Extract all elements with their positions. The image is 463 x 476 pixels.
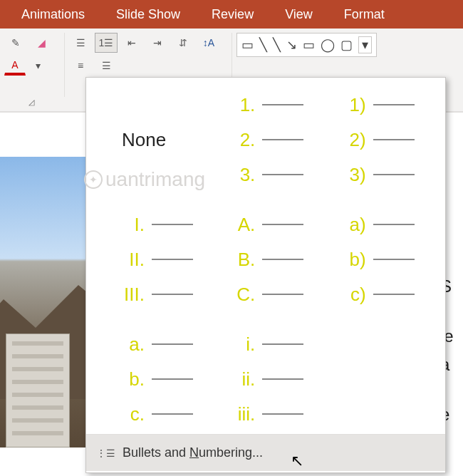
watermark: ✦ uantrimang	[84, 168, 205, 191]
textbox-shape-icon[interactable]: ▭	[241, 37, 254, 53]
tab-review[interactable]: Review	[196, 0, 269, 29]
rounded-rect-shape-icon[interactable]: ▢	[340, 37, 353, 53]
numbering-option-roman-upper[interactable]: I. II. III.	[108, 210, 211, 309]
bullets-and-numbering-menu-item[interactable]: ⋮☰ Bullets and Numbering...	[86, 434, 445, 471]
font-color-dropdown-icon[interactable]: ▾	[28, 57, 47, 74]
tab-animations[interactable]: Animations	[6, 0, 100, 29]
list-icon: ⋮☰	[96, 447, 115, 459]
ribbon-tab-bar: Animations Slide Show Review View Format	[0, 0, 463, 29]
arrow-shape-icon[interactable]: ↘	[286, 37, 297, 53]
decrease-indent-icon[interactable]: ⇤	[120, 33, 143, 53]
watermark-text: uantrimang	[105, 168, 205, 191]
bullets-icon[interactable]: ☰	[69, 33, 92, 53]
numbering-dropdown: None 1. 2. 3. 1) 2) 3) I. II. III. A. B.…	[85, 77, 446, 473]
shapes-more-icon[interactable]: ▾	[358, 36, 372, 53]
numbering-option-alpha-upper[interactable]: A. B. C.	[218, 210, 321, 309]
increase-indent-icon[interactable]: ⇥	[146, 33, 169, 53]
numbering-option-empty	[329, 330, 432, 428]
align-left-icon[interactable]: ≡	[69, 56, 92, 76]
oval-shape-icon[interactable]: ◯	[321, 37, 335, 53]
numbering-option-alpha-lower-paren[interactable]: a) b) c)	[329, 210, 432, 309]
line-spacing-icon[interactable]: ⇵	[172, 33, 194, 53]
shapes-gallery[interactable]: ▭ ╲ ╲ ↘ ▭ ◯ ▢ ▾	[236, 33, 377, 57]
font-color-icon[interactable]: A	[4, 56, 26, 76]
numbering-option-arabic-paren[interactable]: 1) 2) 3)	[329, 90, 432, 189]
text-direction-icon[interactable]: ↕A	[197, 33, 220, 53]
tab-format[interactable]: Format	[328, 0, 400, 29]
numbering-option-arabic-dot[interactable]: 1. 2. 3.	[218, 90, 321, 189]
dialog-launcher-icon[interactable]: ◿	[28, 98, 34, 107]
watermark-icon: ✦	[84, 170, 103, 189]
numbering-icon[interactable]: 1☰	[95, 33, 118, 53]
numbering-option-alpha-lower-dot[interactable]: a. b. c.	[108, 330, 211, 428]
cursor-icon: ↖	[291, 452, 303, 470]
tab-view[interactable]: View	[269, 0, 328, 29]
clear-format-icon[interactable]: ◢	[30, 33, 53, 53]
numbering-option-roman-lower[interactable]: i. ii. iii.	[218, 330, 321, 428]
bullets-and-numbering-label: Bullets and Numbering...	[123, 445, 263, 460]
line-shape-icon[interactable]: ╲	[259, 37, 267, 53]
align-center-icon[interactable]: ☰	[95, 56, 118, 76]
rect-shape-icon[interactable]: ▭	[303, 37, 315, 53]
tab-slide-show[interactable]: Slide Show	[100, 0, 196, 29]
line-shape-icon[interactable]: ╲	[273, 37, 281, 53]
format-painter-icon[interactable]: ✎	[4, 33, 27, 53]
